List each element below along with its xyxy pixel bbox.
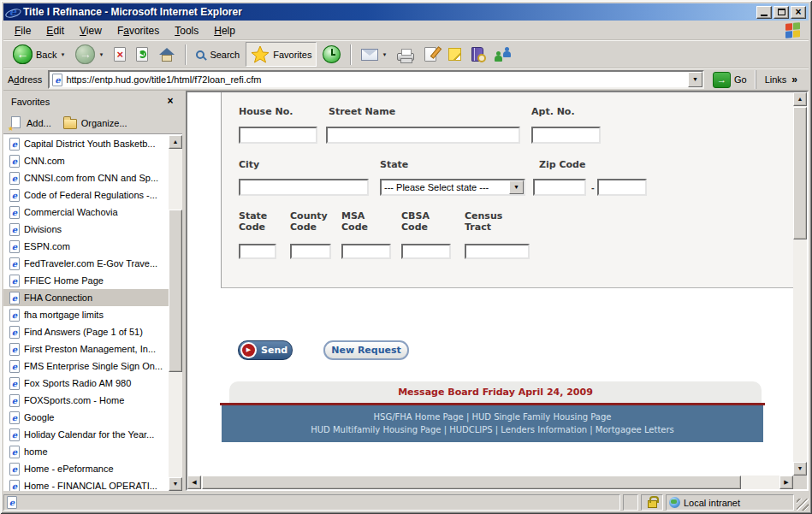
- scroll-down-button[interactable]: ▼: [793, 462, 807, 476]
- edit-button[interactable]: [420, 42, 442, 67]
- favorite-item[interactable]: FFIEC Home Page: [3, 272, 169, 289]
- address-input[interactable]: [66, 74, 685, 85]
- scrollbar-thumb[interactable]: [202, 476, 741, 489]
- state-select-dropdown-icon[interactable]: ▼: [509, 180, 524, 194]
- history-button[interactable]: [318, 42, 345, 67]
- research-icon: [471, 47, 483, 62]
- title-bar[interactable]: Title I Refinance - Microsoft Internet E…: [3, 3, 809, 21]
- favorite-item[interactable]: Divisions: [3, 221, 169, 238]
- street-name-input[interactable]: [326, 127, 520, 144]
- favorites-toolbar: Add... Organize...: [3, 112, 182, 134]
- menu-help[interactable]: Help: [206, 22, 243, 39]
- apt-no-input[interactable]: [531, 127, 601, 144]
- resize-grip[interactable]: [797, 499, 809, 511]
- state-code-input[interactable]: [239, 244, 276, 259]
- minimize-button[interactable]: [756, 6, 772, 19]
- menu-file[interactable]: File: [7, 22, 39, 39]
- content-horizontal-scrollbar[interactable]: ◀ ▶: [187, 476, 793, 489]
- city-input[interactable]: [239, 179, 369, 196]
- footer-links-line2[interactable]: HUD Multifamily Housing Page | HUDCLIPS …: [222, 423, 763, 436]
- history-icon: [323, 45, 341, 63]
- apt-no-label: Apt. No.: [531, 106, 575, 117]
- street-name-label: Street Name: [329, 106, 395, 117]
- ie-page-icon: [9, 463, 20, 476]
- state-code-label: State Code: [239, 210, 275, 233]
- favorite-item[interactable]: ESPN.com: [3, 238, 169, 255]
- favorite-item[interactable]: FedTraveler.com E-Gov Trave...: [3, 255, 169, 272]
- favorite-item[interactable]: Fox Sports Radio AM 980: [3, 375, 169, 392]
- page-content: House No. Street Name Apt. No. City Stat…: [186, 91, 809, 491]
- cbsa-code-input[interactable]: [401, 244, 451, 259]
- search-button[interactable]: Search: [192, 42, 244, 67]
- favorite-item[interactable]: Home - ePeformance: [3, 460, 169, 477]
- security-zone-pane: Local intranet: [666, 494, 794, 511]
- footer-links-line1[interactable]: HSG/FHA Home Page | HUD Single Family Ho…: [222, 411, 763, 423]
- house-no-input[interactable]: [239, 127, 317, 144]
- favorites-scrollbar[interactable]: ▲ ▼: [169, 135, 182, 491]
- edit-icon: [424, 47, 438, 62]
- scrollbar-thumb[interactable]: [793, 107, 807, 239]
- favorite-item[interactable]: Capital District Youth Basketb...: [3, 135, 169, 152]
- discuss-button[interactable]: [444, 42, 465, 67]
- research-button[interactable]: [467, 42, 488, 67]
- minimize-icon: [761, 15, 768, 16]
- ie-page-icon: [9, 326, 20, 339]
- menu-edit[interactable]: Edit: [39, 22, 72, 39]
- ie-page-icon: [9, 257, 20, 270]
- send-button[interactable]: ▶ Send: [238, 340, 293, 360]
- address-input-box[interactable]: ▼: [48, 70, 704, 89]
- organize-favorites-button[interactable]: Organize...: [63, 116, 127, 129]
- favorite-item[interactable]: Code of Federal Regulations -...: [3, 186, 169, 204]
- favorite-item[interactable]: Find Answers (Page 1 of 51): [3, 323, 169, 340]
- menu-view[interactable]: View: [72, 22, 110, 39]
- scroll-right-button[interactable]: ▶: [779, 476, 793, 489]
- favorite-item[interactable]: First Preston Management, In...: [3, 340, 169, 357]
- scroll-left-button[interactable]: ◀: [187, 476, 201, 489]
- home-button[interactable]: [154, 42, 180, 67]
- county-code-input[interactable]: [290, 244, 331, 259]
- favorite-item[interactable]: Google: [3, 409, 169, 426]
- address-dropdown-button[interactable]: ▼: [688, 72, 702, 87]
- scrollbar-corner: [793, 476, 807, 489]
- add-favorite-button[interactable]: Add...: [9, 116, 51, 130]
- state-select[interactable]: --- Please Select state --- ▼: [380, 179, 525, 196]
- close-button[interactable]: ×: [791, 6, 806, 19]
- new-request-button[interactable]: New Request: [323, 340, 409, 360]
- forward-button[interactable]: ▼: [71, 42, 108, 67]
- favorite-item[interactable]: fha mortgage limits: [3, 306, 169, 323]
- favorite-item[interactable]: FOXSports.com - Home: [3, 392, 169, 409]
- links-button[interactable]: Links »: [756, 70, 804, 89]
- favorite-item[interactable]: home: [3, 443, 169, 460]
- favorite-item[interactable]: Commercial Wachovia: [3, 204, 169, 221]
- ie-page-icon: [9, 223, 20, 236]
- favorite-item[interactable]: Home - FINANCIAL OPERATI...: [3, 477, 169, 491]
- msa-code-input[interactable]: [341, 244, 391, 259]
- back-button[interactable]: Back ▼: [9, 42, 69, 67]
- zip-plus4-input[interactable]: [597, 179, 647, 196]
- scrollbar-thumb[interactable]: [169, 210, 182, 372]
- favorite-item[interactable]: FMS Enterprise Single Sign On...: [3, 357, 169, 375]
- go-button[interactable]: Go: [709, 71, 750, 89]
- zip-code-input[interactable]: [533, 179, 586, 196]
- census-tract-input[interactable]: [465, 244, 530, 259]
- stop-button[interactable]: [110, 42, 130, 67]
- favorites-panel: Favorites × Add... Organize... Capital D…: [3, 91, 182, 491]
- scroll-up-button[interactable]: ▲: [169, 135, 182, 149]
- favorites-close-button[interactable]: ×: [163, 95, 177, 108]
- favorite-item[interactable]: CNN.com: [3, 152, 169, 169]
- refresh-button[interactable]: [132, 42, 152, 67]
- scroll-up-button[interactable]: ▲: [793, 92, 807, 106]
- menu-bar: File Edit View Favorites Tools Help: [3, 21, 809, 40]
- favorite-item[interactable]: CNNSI.com from CNN and Sp...: [3, 169, 169, 186]
- scroll-down-button[interactable]: ▼: [169, 477, 182, 491]
- favorite-item[interactable]: Holiday Calendar for the Year...: [3, 426, 169, 443]
- favorite-item-selected[interactable]: FHA Connection: [3, 289, 169, 306]
- messenger-button[interactable]: [489, 42, 518, 67]
- print-button[interactable]: [393, 42, 418, 67]
- content-vertical-scrollbar[interactable]: ▲ ▼: [793, 92, 807, 476]
- menu-favorites[interactable]: Favorites: [110, 22, 167, 39]
- mail-button[interactable]: ▼: [357, 42, 391, 67]
- favorites-button[interactable]: Favorites: [246, 42, 317, 67]
- menu-tools[interactable]: Tools: [167, 22, 206, 39]
- maximize-button[interactable]: [773, 6, 789, 19]
